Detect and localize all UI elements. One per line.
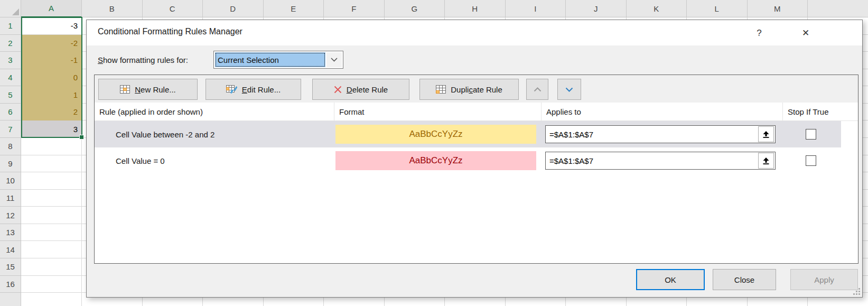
cell-A6[interactable]: 2 xyxy=(21,104,82,121)
column-header-rule: Rule (applied in order shown) xyxy=(95,103,334,121)
cell-A12[interactable] xyxy=(21,207,82,224)
row-header-16[interactable]: 16 xyxy=(0,276,21,293)
row-header-6[interactable]: 6 xyxy=(0,104,21,121)
delete-rule-button[interactable]: Delete Rule xyxy=(312,79,409,100)
move-up-icon xyxy=(534,87,542,92)
cell-A16[interactable] xyxy=(21,276,82,293)
cell-A17[interactable] xyxy=(21,293,82,306)
column-header-K[interactable]: K xyxy=(627,0,687,17)
cell-A3[interactable]: -1 xyxy=(21,52,82,69)
duplicate-rule-label: Duplicate Rule xyxy=(451,85,502,94)
column-header-M[interactable]: M xyxy=(748,0,808,17)
new-rule-label: New Rule... xyxy=(135,85,176,94)
rule-description: Cell Value = 0 xyxy=(116,147,165,174)
column-header-I[interactable]: I xyxy=(506,0,566,17)
cell-A11[interactable] xyxy=(21,190,82,207)
delete-rule-label: Delete Rule xyxy=(347,85,388,94)
show-rules-dropdown[interactable]: Current Selection xyxy=(213,51,343,69)
dropdown-arrow-button[interactable] xyxy=(326,52,342,67)
resize-grip[interactable] xyxy=(853,288,860,295)
row-header-3[interactable]: 3 xyxy=(0,52,21,69)
help-icon[interactable]: ? xyxy=(752,26,766,40)
column-header-blank[interactable] xyxy=(808,0,868,17)
column-header-stop-if-true: Stop If True xyxy=(783,103,841,121)
duplicate-rule-button[interactable]: Duplicate Rule xyxy=(419,79,519,100)
stop-if-true-checkbox[interactable] xyxy=(806,155,816,166)
column-header-E[interactable]: E xyxy=(264,0,324,17)
cell-A1[interactable]: -3 xyxy=(21,17,82,35)
cell-A13[interactable] xyxy=(21,224,82,242)
column-header-format: Format xyxy=(334,103,542,121)
edit-rule-label: Edit Rule... xyxy=(242,85,281,94)
column-header-A[interactable]: A xyxy=(21,0,82,17)
range-select-icon xyxy=(762,157,770,165)
stop-if-true-checkbox[interactable] xyxy=(806,129,816,140)
move-rule-down-button[interactable] xyxy=(557,79,581,100)
cf-rules-manager-dialog: Conditional Formatting Rules Manager ? ✕… xyxy=(86,20,863,298)
close-icon[interactable]: ✕ xyxy=(798,25,814,40)
chevron-down-icon xyxy=(331,58,338,62)
row-header-4[interactable]: 4 xyxy=(0,69,21,87)
move-rule-up-button[interactable] xyxy=(526,79,548,100)
applies-to-input[interactable] xyxy=(545,125,776,143)
column-header-applies-to: Applies to xyxy=(542,103,783,121)
cell-A14[interactable] xyxy=(21,241,82,258)
column-header-B[interactable]: B xyxy=(82,0,143,17)
dialog-titlebar[interactable]: Conditional Formatting Rules Manager ? ✕ xyxy=(87,20,862,45)
row-header-blank[interactable] xyxy=(0,293,21,306)
rule-row[interactable]: Cell Value = 0 AaBbCcYyZz xyxy=(95,147,858,174)
cell-A4[interactable]: 0 xyxy=(21,69,82,87)
row-header-14[interactable]: 14 xyxy=(0,241,21,258)
rules-groupbox: New Rule... Edit Rule... Delete Rule Dup… xyxy=(94,75,858,264)
rule-row[interactable]: Cell Value between -2 and 2 AaBbCcYyZz xyxy=(95,121,858,147)
cell-A7[interactable]: 3 xyxy=(21,120,82,138)
row-header-11[interactable]: 11 xyxy=(0,190,21,207)
row-header-9[interactable]: 9 xyxy=(0,155,21,173)
new-rule-icon xyxy=(120,85,130,94)
apply-button[interactable]: Apply xyxy=(790,269,858,290)
select-all-corner[interactable] xyxy=(0,0,21,17)
column-header-J[interactable]: J xyxy=(566,0,627,17)
ok-button[interactable]: OK xyxy=(636,269,705,290)
applies-to-input[interactable] xyxy=(545,152,776,170)
rule-description: Cell Value between -2 and 2 xyxy=(116,121,214,147)
rules-list: Rule (applied in order shown) Format App… xyxy=(95,103,858,263)
row-header-5[interactable]: 5 xyxy=(0,86,21,104)
row-header-7[interactable]: 7 xyxy=(0,120,21,138)
excel-screen: ABCDEFGHIJKLM12345678910111213141516-3-2… xyxy=(0,0,868,306)
row-header-10[interactable]: 10 xyxy=(0,172,21,190)
column-header-G[interactable]: G xyxy=(385,0,445,17)
edit-rule-icon xyxy=(226,85,237,94)
column-header-C[interactable]: C xyxy=(143,0,203,17)
delete-rule-icon xyxy=(334,86,342,94)
format-preview: AaBbCcYyZz xyxy=(335,125,536,144)
cell-A8[interactable] xyxy=(21,138,82,155)
row-header-12[interactable]: 12 xyxy=(0,207,21,224)
close-button[interactable]: Close xyxy=(713,269,776,290)
collapse-dialog-button[interactable] xyxy=(758,153,774,169)
row-header-13[interactable]: 13 xyxy=(0,224,21,242)
applies-to-field xyxy=(545,152,776,170)
applies-to-field xyxy=(545,125,776,143)
move-down-icon xyxy=(565,87,573,92)
cell-A15[interactable] xyxy=(21,258,82,276)
cell-A2[interactable]: -2 xyxy=(21,35,82,52)
cell-A9[interactable] xyxy=(21,155,82,173)
column-header-D[interactable]: D xyxy=(203,0,264,17)
column-header-F[interactable]: F xyxy=(324,0,385,17)
column-header-H[interactable]: H xyxy=(445,0,506,17)
cell-A10[interactable] xyxy=(21,172,82,190)
row-header-8[interactable]: 8 xyxy=(0,138,21,155)
column-header-L[interactable]: L xyxy=(687,0,748,17)
range-select-icon xyxy=(762,131,770,138)
row-header-2[interactable]: 2 xyxy=(0,35,21,52)
rules-list-header: Rule (applied in order shown) Format App… xyxy=(95,103,858,121)
collapse-dialog-button[interactable] xyxy=(758,126,774,142)
row-header-1[interactable]: 1 xyxy=(0,17,21,35)
cell-A5[interactable]: 1 xyxy=(21,86,82,104)
format-preview: AaBbCcYyZz xyxy=(335,151,536,170)
new-rule-button[interactable]: New Rule... xyxy=(98,79,198,100)
dialog-title: Conditional Formatting Rules Manager xyxy=(98,27,242,36)
edit-rule-button[interactable]: Edit Rule... xyxy=(206,79,301,100)
row-header-15[interactable]: 15 xyxy=(0,258,21,276)
